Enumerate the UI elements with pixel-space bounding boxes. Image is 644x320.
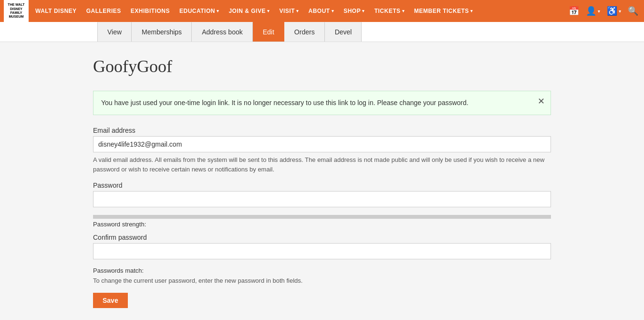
chevron-down-icon: ▾ — [296, 9, 299, 13]
chevron-down-icon: ▾ — [619, 9, 621, 14]
nav-walt-disney[interactable]: Walt Disney — [31, 8, 82, 14]
password-input[interactable] — [93, 191, 551, 207]
nav-join-give[interactable]: Join & Give ▾ — [224, 8, 274, 14]
tabs-bar: View Memberships Address book Edit Order… — [0, 22, 644, 42]
accessibility-button[interactable]: ♿ ▾ — [605, 6, 623, 16]
confirm-password-group: Confirm password — [93, 234, 551, 259]
confirm-password-input[interactable] — [93, 243, 551, 259]
change-password-help: To change the current user password, ent… — [93, 277, 551, 284]
password-strength-bar-container — [93, 215, 551, 219]
alert-message: You have just used your one-time login l… — [101, 99, 468, 107]
page-title: GoofyGoof — [93, 56, 551, 76]
nav-exhibitions[interactable]: Exhibitions — [126, 8, 175, 14]
chevron-down-icon: ▾ — [332, 9, 334, 13]
nav-about[interactable]: About ▾ — [303, 8, 339, 14]
password-label: Password — [93, 181, 551, 189]
nav-visit[interactable]: Visit ▾ — [274, 8, 303, 14]
chevron-down-icon: ▾ — [598, 9, 600, 14]
tab-devel[interactable]: Devel — [325, 22, 362, 42]
email-help-text: A valid email address. All emails from t… — [93, 155, 551, 174]
nav-tickets[interactable]: Tickets ▾ — [370, 8, 409, 14]
email-input[interactable] — [93, 136, 551, 152]
tab-edit[interactable]: Edit — [253, 22, 284, 42]
navigation: THE WALTDISNEYFAMILYMUSEUM Walt Disney G… — [0, 0, 644, 22]
chevron-down-icon: ▾ — [217, 9, 219, 13]
user-button[interactable]: 👤 ▾ — [584, 6, 602, 16]
calendar-button[interactable]: 📅 — [567, 6, 581, 16]
search-button[interactable]: 🔍 — [626, 6, 640, 16]
chevron-down-icon: ▾ — [267, 9, 270, 13]
logo-text: THE WALTDISNEYFAMILYMUSEUM — [8, 3, 24, 19]
nav-galleries[interactable]: Galleries — [82, 8, 126, 14]
logo[interactable]: THE WALTDISNEYFAMILYMUSEUM — [4, 0, 29, 22]
alert-close-button[interactable]: ✕ — [538, 97, 545, 106]
confirm-password-label: Confirm password — [93, 234, 551, 241]
tab-view[interactable]: View — [97, 22, 132, 42]
chevron-down-icon: ▾ — [402, 9, 405, 13]
save-button[interactable]: Save — [93, 293, 128, 308]
main-content: GoofyGoof You have just used your one-ti… — [83, 42, 561, 320]
chevron-down-icon: ▾ — [362, 9, 365, 13]
passwords-match-label: Passwords match: — [93, 267, 551, 274]
nav-education[interactable]: Education ▾ — [175, 8, 224, 14]
email-group: Email address A valid email address. All… — [93, 127, 551, 174]
alert-box: You have just used your one-time login l… — [93, 91, 551, 115]
tab-memberships[interactable]: Memberships — [132, 22, 192, 42]
nav-member-tickets[interactable]: Member Tickets ▾ — [409, 8, 478, 14]
chevron-down-icon: ▾ — [470, 9, 473, 13]
nav-links: Walt Disney Galleries Exhibitions Educat… — [31, 8, 563, 14]
password-strength-label: Password strength: — [93, 221, 551, 228]
nav-icon-group: 📅 👤 ▾ ♿ ▾ 🔍 — [567, 6, 640, 16]
password-group: Password — [93, 181, 551, 207]
nav-shop[interactable]: Shop ▾ — [339, 8, 370, 14]
tab-address-book[interactable]: Address book — [192, 22, 253, 42]
tab-orders[interactable]: Orders — [284, 22, 325, 42]
email-label: Email address — [93, 127, 551, 134]
